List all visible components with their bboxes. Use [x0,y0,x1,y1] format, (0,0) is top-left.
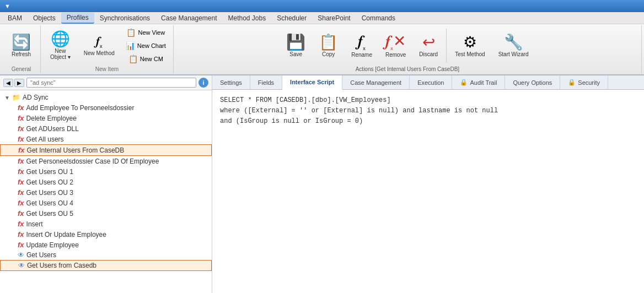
fx-icon: fx [18,178,24,186]
rename-icon: 𝒇x [358,34,366,51]
tab-settings[interactable]: Settings [212,75,250,89]
list-item[interactable]: fx Get Users OU 1 [0,166,212,177]
nav-back-button[interactable]: ◀ [3,79,13,87]
main-content: ◀ ▶ i ▼ 📁 AD Sync fx Add Employee To Per… [0,75,644,293]
new-item-options-column: 📋 New View 📊 New Chart 📋 New CM [122,26,170,65]
tab-interface-script[interactable]: Interface Script [282,75,342,90]
tab-query-options[interactable]: Query Options [505,75,560,89]
ribbon-buttons-actions: 💾 Save 📋 Copy 𝒇x Rename 𝒇x✕ Remove ↩ Dis… [280,26,534,65]
fx-icon: fx [18,220,24,228]
fx-icon: fx [18,146,25,154]
new-chart-icon: 📊 [126,41,135,50]
list-item[interactable]: fx Get Personeelsdossier Case ID Of Empl… [0,156,212,166]
new-cm-button[interactable]: 📋 New CM [125,53,167,65]
view-icon: 👁 [18,251,24,259]
nav-buttons: ◀ ▶ [3,79,24,87]
menu-commands[interactable]: Commands [356,13,401,23]
list-item[interactable]: fx Get Users OU 5 [0,208,212,219]
nav-forward-button[interactable]: ▶ [14,79,24,87]
ribbon: 🔄 Refresh General 🌐 NewObject ▾ 𝒇x New M… [0,24,644,75]
menu-sharepoint[interactable]: SharePoint [312,13,356,23]
save-icon: 💾 [286,35,305,50]
list-item[interactable]: fx Delete Employee [0,113,212,123]
ribbon-group-actions: 💾 Save 📋 Copy 𝒇x Rename 𝒇x✕ Remove ↩ Dis… [174,25,642,73]
list-item[interactable]: 👁 Get Users [0,250,212,260]
security-icon: 🔒 [568,79,576,86]
code-line-3: and (IsGroup is null or IsGroup = 0) [220,116,636,127]
newitem-group-label: New Item [95,65,119,72]
menu-case-management[interactable]: Case Management [155,13,222,23]
menu-method-jobs[interactable]: Method Jobs [223,13,272,23]
code-line-2: where ([External] = '' or [External] is … [220,106,636,116]
test-method-icon: ⚙ [463,35,477,50]
new-chart-button[interactable]: 📊 New Chart [122,40,170,52]
tree-root-label: AD Sync [23,94,49,101]
start-wizard-button[interactable]: 🔧 Start Wizard [492,32,535,60]
new-method-button[interactable]: 𝒇x New Method [78,32,121,59]
copy-button[interactable]: 📋 Copy [313,32,344,60]
ribbon-group-general: 🔄 Refresh General [2,25,41,73]
fx-icon: fx [18,135,24,143]
fx-icon: fx [18,241,24,249]
tree-root[interactable]: ▼ 📁 AD Sync [0,93,212,102]
fx-icon: fx [18,199,24,207]
list-item[interactable]: fx Insert [0,219,212,229]
remove-icon: 𝒇x✕ [385,34,406,51]
list-item[interactable]: fx Insert Or Update Employee [0,229,212,240]
audit-trail-icon: 🔒 [460,79,468,86]
new-object-button[interactable]: 🌐 NewObject ▾ [44,29,77,63]
fx-icon: fx [18,124,24,133]
window-title: ▼ [4,3,10,9]
ribbon-group-newitem: 🌐 NewObject ▾ 𝒇x New Method 📋 New View 📊… [41,25,174,73]
tab-security[interactable]: 🔒 Security [560,75,608,89]
tab-fields[interactable]: Fields [250,75,282,89]
new-cm-icon: 📋 [128,55,138,63]
list-item[interactable]: fx Get Users OU 3 [0,187,212,198]
highlighted-tree-item[interactable]: 👁 Get Users from Casedb [0,260,212,271]
tab-audit-trail[interactable]: 🔒 Audit Trail [452,75,505,89]
menu-objects[interactable]: Objects [28,13,61,23]
code-area[interactable]: SELECT * FROM [CASEDB].[dbo].[VW_Employe… [212,90,644,293]
ribbon-buttons-general: 🔄 Refresh [6,26,37,65]
new-view-button[interactable]: 📋 New View [122,26,169,39]
list-item[interactable]: fx Update Employee [0,240,212,250]
search-input[interactable] [26,78,196,88]
menu-profiles[interactable]: Profiles [61,13,94,24]
start-wizard-icon: 🔧 [504,35,523,50]
list-item[interactable]: fx Get Users OU 2 [0,177,212,187]
list-item[interactable]: fx Add Employee To Personeelsdossier [0,102,212,113]
tab-case-management[interactable]: Case Management [342,75,410,89]
menu-synchronisations[interactable]: Synchronisations [94,13,155,23]
list-item[interactable]: fx Get All users [0,134,212,144]
fx-icon: fx [18,104,24,112]
save-button[interactable]: 💾 Save [280,32,312,60]
view-icon: 👁 [18,262,25,269]
collapse-icon: ▼ [4,95,10,101]
new-view-icon: 📋 [126,28,136,37]
menu-scheduler[interactable]: Scheduler [271,13,312,23]
selected-tree-item[interactable]: fx Get Internal Users From CaseDB [0,144,212,156]
menu-bar: BAM Objects Profiles Synchronisations Ca… [0,12,644,24]
fx-icon: fx [18,230,24,238]
fx-icon: fx [18,167,24,176]
refresh-button[interactable]: 🔄 Refresh [6,32,37,60]
list-item[interactable]: fx Get ADUsers DLL [0,123,212,134]
rename-button[interactable]: 𝒇x Rename [345,31,378,61]
tab-execution[interactable]: Execution [410,75,452,89]
remove-button[interactable]: 𝒇x✕ Remove [379,31,412,61]
top-bar: ▼ [0,0,644,12]
fx-icon: fx [18,209,24,218]
info-button[interactable]: i [198,78,208,88]
new-item-column: 𝒇x New Method [78,32,121,59]
fx-icon: fx [18,188,24,197]
menu-bam[interactable]: BAM [2,13,28,23]
general-group-label: General [12,65,31,72]
code-line-1: SELECT * FROM [CASEDB].[dbo].[VW_Employe… [220,95,636,106]
discard-button[interactable]: ↩ Discard [413,32,444,60]
list-item[interactable]: fx Get Users OU 4 [0,198,212,208]
new-object-icon: 🌐 [51,31,70,47]
copy-icon: 📋 [319,35,338,50]
actions-group-label: Actions [Get Internal Users From CaseDB] [356,65,459,72]
test-method-button[interactable]: ⚙ Test Method [449,32,491,60]
right-panel: Settings Fields Interface Script Case Ma… [212,75,644,293]
